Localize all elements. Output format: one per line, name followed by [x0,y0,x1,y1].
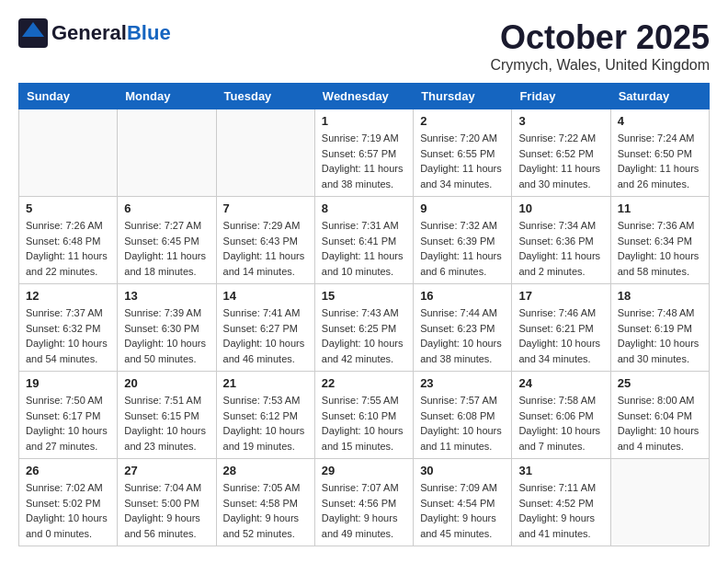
calendar-week-5: 26Sunrise: 7:02 AMSunset: 5:02 PMDayligh… [19,459,710,546]
day-number: 18 [618,289,702,303]
calendar-header-tuesday: Tuesday [216,84,314,109]
calendar-cell: 7Sunrise: 7:29 AMSunset: 6:43 PMDaylight… [216,197,314,284]
calendar-cell: 5Sunrise: 7:26 AMSunset: 6:48 PMDaylight… [19,197,118,284]
day-info: Sunrise: 7:22 AMSunset: 6:52 PMDaylight:… [518,131,603,191]
calendar-cell: 10Sunrise: 7:34 AMSunset: 6:36 PMDayligh… [512,197,610,284]
day-info: Sunrise: 7:50 AMSunset: 6:17 PMDaylight:… [26,393,110,454]
day-number: 28 [223,464,308,477]
calendar-week-2: 5Sunrise: 7:26 AMSunset: 6:48 PMDaylight… [19,197,710,284]
page-header: General Blue October 2025 Crymych, Wales… [18,18,710,74]
day-info: Sunrise: 7:31 AMSunset: 6:41 PMDaylight:… [322,218,406,279]
day-info: Sunrise: 7:02 AMSunset: 5:02 PMDaylight:… [26,480,110,541]
calendar-cell [216,109,314,197]
calendar-cell: 8Sunrise: 7:31 AMSunset: 6:41 PMDaylight… [314,197,413,284]
logo-general: General [51,21,127,45]
day-number: 22 [322,376,406,390]
day-number: 30 [420,464,505,477]
calendar-cell: 29Sunrise: 7:07 AMSunset: 4:56 PMDayligh… [314,459,413,546]
calendar-cell: 25Sunrise: 8:00 AMSunset: 6:04 PMDayligh… [610,372,709,459]
day-number: 31 [518,464,603,477]
calendar-cell: 22Sunrise: 7:55 AMSunset: 6:10 PMDayligh… [314,372,413,459]
calendar-cell: 14Sunrise: 7:41 AMSunset: 6:27 PMDayligh… [216,284,314,372]
calendar-header-wednesday: Wednesday [314,84,413,109]
day-info: Sunrise: 7:46 AMSunset: 6:21 PMDaylight:… [518,305,603,366]
day-info: Sunrise: 7:39 AMSunset: 6:30 PMDaylight:… [124,305,209,366]
day-info: Sunrise: 7:51 AMSunset: 6:15 PMDaylight:… [124,393,209,454]
calendar-cell [610,459,709,546]
day-info: Sunrise: 7:36 AMSunset: 6:34 PMDaylight:… [618,218,702,279]
calendar-cell: 24Sunrise: 7:58 AMSunset: 6:06 PMDayligh… [512,372,610,459]
day-info: Sunrise: 7:26 AMSunset: 6:48 PMDaylight:… [26,218,110,279]
day-info: Sunrise: 7:41 AMSunset: 6:27 PMDaylight:… [223,305,308,366]
location: Crymych, Wales, United Kingdom [490,57,710,74]
title-section: October 2025 Crymych, Wales, United King… [490,18,710,74]
calendar-cell: 4Sunrise: 7:24 AMSunset: 6:50 PMDaylight… [610,109,709,197]
day-number: 4 [618,114,702,128]
day-number: 23 [420,376,505,390]
day-number: 25 [618,376,702,390]
calendar-cell: 11Sunrise: 7:36 AMSunset: 6:34 PMDayligh… [610,197,709,284]
logo: General Blue [18,18,171,48]
day-number: 17 [518,289,603,303]
day-number: 5 [26,201,110,215]
logo-blue: Blue [127,21,171,45]
day-info: Sunrise: 8:00 AMSunset: 6:04 PMDaylight:… [618,393,702,454]
day-number: 2 [420,114,505,128]
calendar-table: SundayMondayTuesdayWednesdayThursdayFrid… [18,83,710,546]
day-number: 3 [518,114,603,128]
calendar-cell: 26Sunrise: 7:02 AMSunset: 5:02 PMDayligh… [19,459,118,546]
calendar-cell: 1Sunrise: 7:19 AMSunset: 6:57 PMDaylight… [314,109,413,197]
calendar-cell: 17Sunrise: 7:46 AMSunset: 6:21 PMDayligh… [512,284,610,372]
calendar-cell: 13Sunrise: 7:39 AMSunset: 6:30 PMDayligh… [118,284,216,372]
calendar-cell: 18Sunrise: 7:48 AMSunset: 6:19 PMDayligh… [610,284,709,372]
calendar-cell: 19Sunrise: 7:50 AMSunset: 6:17 PMDayligh… [19,372,118,459]
day-info: Sunrise: 7:11 AMSunset: 4:52 PMDaylight:… [518,480,603,541]
day-info: Sunrise: 7:09 AMSunset: 4:54 PMDaylight:… [420,480,505,541]
day-number: 10 [518,201,603,215]
day-info: Sunrise: 7:57 AMSunset: 6:08 PMDaylight:… [420,393,505,454]
calendar-header-saturday: Saturday [610,84,709,109]
day-number: 16 [420,289,505,303]
day-number: 12 [26,289,110,303]
calendar-cell: 27Sunrise: 7:04 AMSunset: 5:00 PMDayligh… [118,459,216,546]
day-info: Sunrise: 7:44 AMSunset: 6:23 PMDaylight:… [420,305,505,366]
day-info: Sunrise: 7:43 AMSunset: 6:25 PMDaylight:… [322,305,406,366]
day-number: 26 [26,464,110,477]
day-number: 20 [124,376,209,390]
day-info: Sunrise: 7:05 AMSunset: 4:58 PMDaylight:… [223,480,308,541]
calendar-header-thursday: Thursday [414,84,512,109]
calendar-cell [118,109,216,197]
day-number: 15 [322,289,406,303]
calendar-cell: 28Sunrise: 7:05 AMSunset: 4:58 PMDayligh… [216,459,314,546]
day-info: Sunrise: 7:32 AMSunset: 6:39 PMDaylight:… [420,218,505,279]
day-number: 1 [322,114,406,128]
calendar-week-1: 1Sunrise: 7:19 AMSunset: 6:57 PMDaylight… [19,109,710,197]
calendar-cell [19,109,118,197]
day-number: 6 [124,201,209,215]
calendar-header-sunday: Sunday [19,84,118,109]
day-number: 19 [26,376,110,390]
day-info: Sunrise: 7:19 AMSunset: 6:57 PMDaylight:… [322,131,406,191]
day-info: Sunrise: 7:27 AMSunset: 6:45 PMDaylight:… [124,218,209,279]
day-number: 21 [223,376,308,390]
day-number: 7 [223,201,308,215]
calendar-cell: 20Sunrise: 7:51 AMSunset: 6:15 PMDayligh… [118,372,216,459]
day-info: Sunrise: 7:04 AMSunset: 5:00 PMDaylight:… [124,480,209,541]
day-info: Sunrise: 7:20 AMSunset: 6:55 PMDaylight:… [420,131,505,191]
calendar-cell: 31Sunrise: 7:11 AMSunset: 4:52 PMDayligh… [512,459,610,546]
month-title: October 2025 [490,18,710,57]
day-number: 8 [322,201,406,215]
day-info: Sunrise: 7:07 AMSunset: 4:56 PMDaylight:… [322,480,406,541]
day-number: 14 [223,289,308,303]
logo-icon [18,18,48,48]
calendar-header-friday: Friday [512,84,610,109]
day-info: Sunrise: 7:37 AMSunset: 6:32 PMDaylight:… [26,305,110,366]
day-info: Sunrise: 7:55 AMSunset: 6:10 PMDaylight:… [322,393,406,454]
day-number: 24 [518,376,603,390]
day-number: 29 [322,464,406,477]
calendar-header-row: SundayMondayTuesdayWednesdayThursdayFrid… [19,84,710,109]
calendar-cell: 2Sunrise: 7:20 AMSunset: 6:55 PMDaylight… [414,109,512,197]
calendar-week-3: 12Sunrise: 7:37 AMSunset: 6:32 PMDayligh… [19,284,710,372]
day-info: Sunrise: 7:58 AMSunset: 6:06 PMDaylight:… [518,393,603,454]
day-info: Sunrise: 7:48 AMSunset: 6:19 PMDaylight:… [618,305,702,366]
